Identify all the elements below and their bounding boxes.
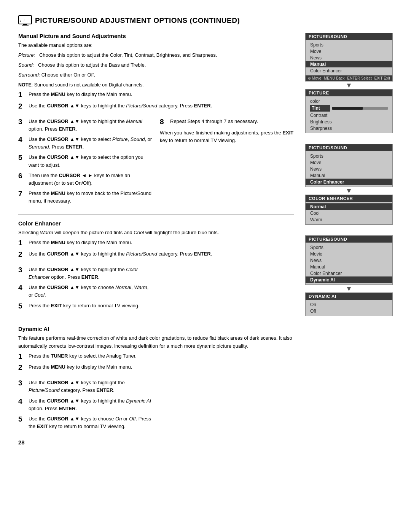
svg-rect-2 — [22, 25, 29, 26]
dai-step-text-4: Use the CURSOR ▲▼ keys to highlight the … — [29, 397, 152, 412]
ce-step-4: 4 Use the CURSOR ▲▼ keys to choose Norma… — [18, 284, 152, 299]
ps-ce-item-sports: Sports — [306, 153, 392, 159]
manual-step-6: 6 Then use the CURSOR ◄ ► keys to make a… — [18, 172, 152, 187]
section-divider-1 — [18, 214, 294, 215]
ce-steps-right: 3 Use the CURSOR ▲▼ keys to highlight th… — [18, 266, 294, 313]
step-num-6: 6 — [18, 172, 27, 181]
ce-step-num-2: 2 — [18, 250, 27, 259]
ps-dai-menu-items: Sports Movie News Manual Color Enhancer … — [306, 243, 392, 284]
ps-item-move: Move — [306, 48, 392, 54]
dai-step-3: 3 Use the CURSOR ▲▼ keys to highlight th… — [18, 379, 152, 394]
manual-option-surround: Surround: Choose either On or Off. — [18, 71, 294, 79]
color-enhancer-steps-left: 1 Press the MENU key to display the Main… — [18, 239, 294, 259]
ce-item-normal: Normal — [306, 203, 392, 210]
manual-step-7: 7 Press the MENU key to move back to the… — [18, 190, 152, 205]
picture-item-color: color — [306, 98, 392, 104]
manual-note: NOTE: Surround sound is not available on… — [18, 81, 294, 89]
page-title: PICTURE/SOUND ADJUSTMENT OPTIONS (CONTIN… — [35, 16, 240, 25]
step-text-8: Repeat Steps 4 through 7 as necessary. — [170, 118, 294, 125]
ps-dai-item-dynamic-ai: Dynamic AI — [306, 276, 392, 283]
step-num-3: 3 — [18, 118, 27, 126]
arrow-down-3: ▼ — [305, 285, 393, 292]
ce-step-text-5: Press the EXIT key to return to normal T… — [29, 302, 152, 310]
footer-move: ⊖ Move — [308, 76, 321, 80]
ce-step-text-4: Use the CURSOR ▲▼ keys to choose Normal,… — [29, 284, 152, 299]
picture-menu-items: color Tint Contrast Brightness Sharpness — [306, 96, 392, 133]
ce-step-text-3: Use the CURSOR ▲▼ keys to highlight the … — [29, 266, 152, 281]
dai-step-4: 4 Use the CURSOR ▲▼ keys to highlight th… — [18, 397, 152, 412]
arrow-down-1: ▼ — [305, 81, 393, 89]
tint-bar-fill — [332, 107, 363, 110]
ps-dai-item-sports: Sports — [306, 244, 392, 251]
ce-step-num-3: 3 — [18, 266, 27, 275]
ps-ce-item-news: News — [306, 166, 392, 172]
color-enhancer-menu-group: PICTURE/SOUND Sports Move News Manual Co… — [305, 144, 393, 225]
dai-step-2: 2 Press the MENU key to display the Main… — [18, 363, 294, 372]
step-num-5: 5 — [18, 153, 27, 162]
manual-step-5: 5 Use the CURSOR ▲▼ keys to select the o… — [18, 153, 152, 169]
manual-steps-left: 1 Press the MENU key to display the Main… — [18, 91, 294, 111]
svg-text:♪: ♪ — [20, 19, 22, 22]
step-text-2: Use the CURSOR ▲▼ keys to highlight the … — [29, 102, 294, 110]
ce-step-1: 1 Press the MENU key to display the Main… — [18, 239, 294, 248]
picture-sound-menu-manual: PICTURE/SOUND Sports Move News Manual Co… — [305, 33, 393, 81]
ps-ce-item-move: Move — [306, 159, 392, 166]
step-num-8: 8 — [160, 118, 168, 126]
ce-menu-items: Normal Cool Warm — [306, 202, 392, 224]
manual-heading: Manual Picture and Sound Adjustments — [18, 33, 294, 39]
manual-step-2: 2 Use the CURSOR ▲▼ keys to highlight th… — [18, 102, 294, 111]
step-text-1: Press the MENU key to display the Main m… — [29, 91, 294, 98]
ce-item-cool: Cool — [306, 210, 392, 216]
ps-item-manual: Manual — [306, 61, 392, 67]
manual-steps-middle: 3 Use the CURSOR ▲▼ keys to highlight th… — [18, 118, 294, 208]
dai-step-num-3: 3 — [18, 379, 27, 388]
dai-menu-header: DYNAMIC AI — [306, 293, 392, 300]
svg-text:♩: ♩ — [23, 19, 25, 22]
ce-step-num-1: 1 — [18, 239, 27, 248]
ps-menu-items: Sports Move News Manual Color Enhancer — [306, 40, 392, 75]
picture-item-brightness: Brightness — [306, 118, 392, 125]
ps-ce-item-manual: Manual — [306, 172, 392, 179]
ps-item-news: News — [306, 54, 392, 61]
step-num-4: 4 — [18, 136, 27, 144]
color-enhancer-intro: Selecting Warm will deepen the picture r… — [18, 229, 294, 236]
ce-item-warm: Warm — [306, 216, 392, 223]
picture-item-contrast: Contrast — [306, 112, 392, 118]
dai-menu-items: On Off — [306, 300, 392, 316]
manual-menu-group: PICTURE/SOUND Sports Move News Manual Co… — [305, 33, 393, 133]
manual-step-8: 8 Repeat Steps 4 through 7 as necessary. — [160, 118, 294, 126]
dai-item-on: On — [306, 301, 392, 308]
page-title-row: ♪ ♩ PICTURE/SOUND ADJUSTMENT OPTIONS (CO… — [18, 15, 393, 26]
step-text-7: Press the MENU key to move back to the P… — [29, 190, 152, 205]
color-enhancer-section: Color Enhancer Selecting Warm will deepe… — [18, 220, 294, 259]
step-text-6: Then use the CURSOR ◄ ► keys to make an … — [29, 172, 152, 187]
dai-step-5: 5 Use the CURSOR ▲▼ keys to choose On or… — [18, 415, 152, 430]
ps-dai-item-movie: Movie — [306, 251, 392, 257]
dai-step-1: 1 Press the TUNER key to select the Anal… — [18, 352, 294, 361]
ce-step-num-5: 5 — [18, 302, 27, 311]
ce-menu-header: COLOR ENHANCER — [306, 195, 392, 202]
dai-step-num-5: 5 — [18, 415, 27, 424]
dynamic-ai-heading: Dynamic AI — [18, 326, 294, 332]
footer-menu-back: MENU Back — [324, 76, 344, 80]
tint-bar-row: Tint — [306, 104, 392, 112]
tint-progress-bar — [332, 107, 388, 110]
dai-step-num-4: 4 — [18, 397, 27, 406]
ce-step-3: 3 Use the CURSOR ▲▼ keys to highlight th… — [18, 266, 152, 281]
manual-step-3: 3 Use the CURSOR ▲▼ keys to highlight th… — [18, 118, 152, 133]
step-num-1: 1 — [18, 91, 27, 99]
title-icon: ♪ ♩ — [18, 15, 32, 26]
dynamic-ai-steps-left: 1 Press the TUNER key to select the Anal… — [18, 352, 294, 372]
dai-step-text-1: Press the TUNER key to select the Analog… — [29, 352, 294, 360]
picture-menu-header: PICTURE — [306, 89, 392, 96]
ps-dai-item-news: News — [306, 257, 392, 264]
ce-col1: 3 Use the CURSOR ▲▼ keys to highlight th… — [18, 266, 152, 313]
ps-menu-footer: ⊖ Move MENU Back ENTER Select EXIT Exit — [306, 75, 392, 81]
ps-dai-item-color-enhancer: Color Enhancer — [306, 270, 392, 276]
ce-step-num-4: 4 — [18, 284, 27, 292]
color-enhancer-heading: Color Enhancer — [18, 220, 294, 227]
ps-dai-menu-header: PICTURE/SOUND — [306, 236, 392, 243]
step-text-5: Use the CURSOR ▲▼ keys to select the opt… — [29, 153, 152, 169]
ce-col2 — [160, 266, 294, 313]
page-number: 28 — [18, 439, 294, 446]
